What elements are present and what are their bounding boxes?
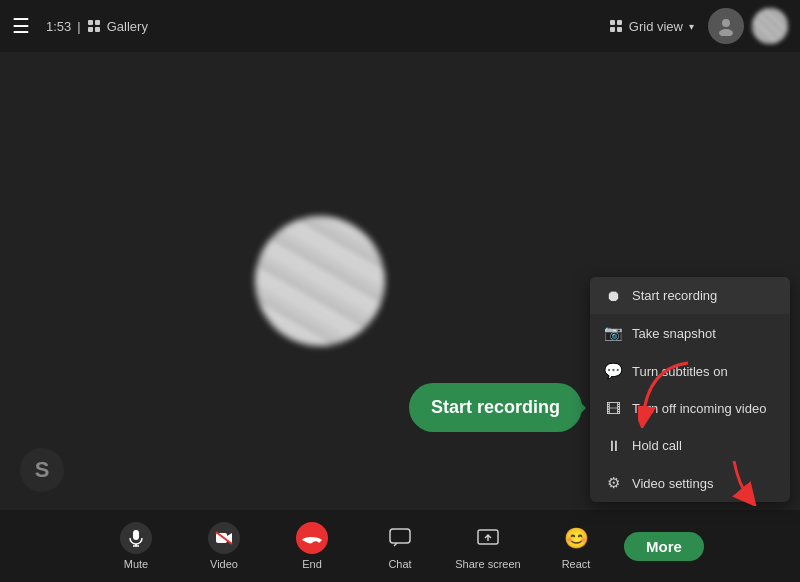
svg-rect-6 xyxy=(610,27,615,32)
skype-icon: S xyxy=(20,448,64,492)
svg-rect-12 xyxy=(133,530,139,540)
svg-rect-5 xyxy=(617,20,622,25)
settings-icon: ⚙ xyxy=(604,474,622,492)
svg-rect-0 xyxy=(88,20,93,25)
more-button[interactable]: More xyxy=(620,510,708,582)
grid-view-label: Grid view xyxy=(629,19,683,34)
svg-rect-7 xyxy=(617,27,622,32)
top-bar: ☰ 1:53 | Gallery Grid view ▾ xyxy=(0,0,800,52)
menu-item-start-recording[interactable]: ⏺ Start recording xyxy=(590,277,790,314)
video-label: Video xyxy=(210,558,238,570)
share-label: Share screen xyxy=(455,558,520,570)
avatar-area xyxy=(708,8,788,44)
chat-label: Chat xyxy=(388,558,411,570)
share-screen-icon xyxy=(472,522,504,554)
menu-item-incoming-video[interactable]: 🎞 Turn off incoming video xyxy=(590,390,790,427)
user-avatar[interactable] xyxy=(708,8,744,44)
menu-label-subtitles: Turn subtitles on xyxy=(632,364,728,379)
hamburger-menu[interactable]: ☰ xyxy=(12,14,30,38)
menu-item-take-snapshot[interactable]: 📷 Take snapshot xyxy=(590,314,790,352)
gallery-label: Gallery xyxy=(107,19,148,34)
end-label: End xyxy=(302,558,322,570)
end-call-button[interactable]: End xyxy=(268,510,356,582)
subtitles-icon: 💬 xyxy=(604,362,622,380)
more-text: More xyxy=(646,538,682,555)
svg-point-9 xyxy=(719,29,733,36)
menu-label-hold-call: Hold call xyxy=(632,438,682,453)
react-label: React xyxy=(562,558,591,570)
chat-icon xyxy=(384,522,416,554)
menu-label-start-recording: Start recording xyxy=(632,288,717,303)
menu-item-video-settings[interactable]: ⚙ Video settings xyxy=(590,464,790,502)
video-button[interactable]: Video xyxy=(180,510,268,582)
end-call-icon xyxy=(296,522,328,554)
share-screen-button[interactable]: Share screen xyxy=(444,510,532,582)
microphone-icon xyxy=(120,522,152,554)
svg-point-8 xyxy=(722,19,730,27)
grid-view-button[interactable]: Grid view ▾ xyxy=(609,19,694,34)
record-icon: ⏺ xyxy=(604,287,622,304)
hold-icon: ⏸ xyxy=(604,437,622,454)
callout-label: Start recording xyxy=(431,397,560,417)
more-label-special[interactable]: More xyxy=(624,532,704,561)
menu-label-video-settings: Video settings xyxy=(632,476,713,491)
skype-letter: S xyxy=(35,457,50,483)
gallery-icon xyxy=(87,19,101,33)
call-time: 1:53 xyxy=(46,19,71,34)
remote-avatar xyxy=(752,8,788,44)
chat-button[interactable]: Chat xyxy=(356,510,444,582)
svg-rect-3 xyxy=(95,27,100,32)
react-icon: 😊 xyxy=(560,522,592,554)
menu-item-subtitles[interactable]: 💬 Turn subtitles on xyxy=(590,352,790,390)
snapshot-icon: 📷 xyxy=(604,324,622,342)
grid-view-icon xyxy=(609,19,623,33)
svg-rect-17 xyxy=(390,529,410,543)
chevron-down-icon: ▾ xyxy=(689,21,694,32)
menu-item-hold-call[interactable]: ⏸ Hold call xyxy=(590,427,790,464)
react-button[interactable]: 😊 React xyxy=(532,510,620,582)
mute-button[interactable]: Mute xyxy=(92,510,180,582)
svg-rect-4 xyxy=(610,20,615,25)
participant-video xyxy=(255,216,385,346)
svg-rect-2 xyxy=(88,27,93,32)
call-info: 1:53 | Gallery xyxy=(46,19,609,34)
bottom-toolbar: Mute Video End Chat xyxy=(0,510,800,582)
incoming-video-icon: 🎞 xyxy=(604,400,622,417)
menu-label-incoming-video: Turn off incoming video xyxy=(632,401,766,416)
video-icon xyxy=(208,522,240,554)
svg-rect-1 xyxy=(95,20,100,25)
menu-label-take-snapshot: Take snapshot xyxy=(632,326,716,341)
callout-bubble: Start recording xyxy=(409,383,582,432)
more-dropdown-menu: ⏺ Start recording 📷 Take snapshot 💬 Turn… xyxy=(590,277,790,502)
separator: | xyxy=(77,19,80,34)
mute-label: Mute xyxy=(124,558,148,570)
